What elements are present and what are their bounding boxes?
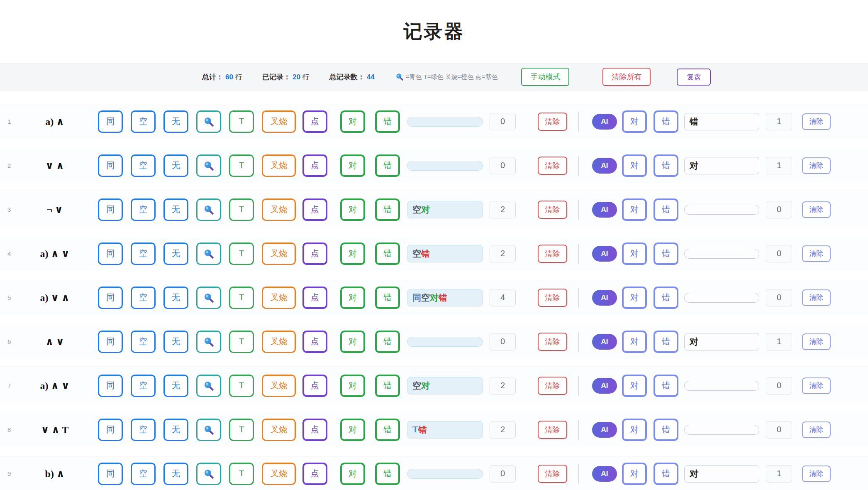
clear-all-button[interactable]: 清除所有 — [602, 68, 651, 86]
ai-wrong-button[interactable]: 错 — [653, 375, 678, 397]
ai-wrong-button[interactable]: 错 — [653, 154, 678, 177]
empty-button[interactable]: 空 — [131, 198, 156, 221]
t-button[interactable]: T — [229, 243, 254, 265]
magnifier-button[interactable] — [196, 110, 221, 133]
empty-button[interactable]: 空 — [131, 110, 156, 133]
ai-correct-button[interactable]: 对 — [622, 375, 647, 397]
magnifier-button[interactable] — [196, 331, 221, 353]
same-button[interactable]: 同 — [98, 110, 123, 133]
t-button[interactable]: T — [229, 331, 254, 353]
ai-wrong-button[interactable]: 错 — [653, 110, 678, 133]
dot-button[interactable]: 点 — [302, 463, 327, 485]
ai-clear-button[interactable]: 清除 — [802, 201, 831, 218]
ai-correct-button[interactable]: 对 — [622, 331, 647, 353]
t-button[interactable]: T — [229, 110, 254, 133]
none-button[interactable]: 无 — [163, 154, 188, 177]
ai-wrong-button[interactable]: 错 — [653, 419, 678, 441]
none-button[interactable]: 无 — [163, 198, 188, 221]
t-button[interactable]: T — [229, 419, 254, 441]
same-button[interactable]: 同 — [98, 287, 123, 309]
chashao-button[interactable]: 叉烧 — [262, 375, 296, 397]
ai-wrong-button[interactable]: 错 — [653, 287, 678, 309]
correct-button[interactable]: 对 — [340, 198, 365, 221]
wrong-button[interactable]: 错 — [375, 110, 400, 133]
dot-button[interactable]: 点 — [302, 154, 327, 177]
correct-button[interactable]: 对 — [340, 154, 365, 177]
ai-wrong-button[interactable]: 错 — [653, 463, 678, 485]
wrong-button[interactable]: 错 — [375, 463, 400, 485]
clear-button[interactable]: 清除 — [538, 157, 567, 175]
ai-wrong-button[interactable]: 错 — [653, 243, 678, 265]
ai-correct-button[interactable]: 对 — [622, 110, 647, 133]
clear-button[interactable]: 清除 — [538, 377, 567, 395]
dot-button[interactable]: 点 — [302, 243, 327, 265]
same-button[interactable]: 同 — [98, 419, 123, 441]
none-button[interactable]: 无 — [163, 375, 188, 397]
ai-button[interactable]: AI — [592, 246, 617, 262]
same-button[interactable]: 同 — [98, 331, 123, 353]
none-button[interactable]: 无 — [163, 463, 188, 485]
correct-button[interactable]: 对 — [340, 287, 365, 309]
clear-button[interactable]: 清除 — [538, 465, 567, 483]
wrong-button[interactable]: 错 — [375, 198, 400, 221]
same-button[interactable]: 同 — [98, 375, 123, 397]
ai-clear-button[interactable]: 清除 — [802, 113, 831, 130]
dot-button[interactable]: 点 — [302, 375, 327, 397]
none-button[interactable]: 无 — [163, 419, 188, 441]
magnifier-button[interactable] — [196, 243, 221, 265]
ai-button[interactable]: AI — [592, 378, 617, 394]
ai-button[interactable]: AI — [592, 290, 617, 306]
ai-clear-button[interactable]: 清除 — [802, 421, 831, 438]
magnifier-button[interactable] — [196, 287, 221, 309]
ai-button[interactable]: AI — [592, 158, 617, 174]
dot-button[interactable]: 点 — [302, 419, 327, 441]
empty-button[interactable]: 空 — [131, 287, 156, 309]
ai-correct-button[interactable]: 对 — [622, 287, 647, 309]
chashao-button[interactable]: 叉烧 — [262, 154, 296, 177]
wrong-button[interactable]: 错 — [375, 419, 400, 441]
wrong-button[interactable]: 错 — [375, 287, 400, 309]
chashao-button[interactable]: 叉烧 — [262, 110, 296, 133]
replay-button[interactable]: 复盘 — [677, 69, 711, 86]
ai-button[interactable]: AI — [592, 114, 617, 130]
chashao-button[interactable]: 叉烧 — [262, 331, 296, 353]
ai-correct-button[interactable]: 对 — [622, 243, 647, 265]
chashao-button[interactable]: 叉烧 — [262, 287, 296, 309]
clear-button[interactable]: 清除 — [538, 245, 567, 263]
t-button[interactable]: T — [229, 154, 254, 177]
magnifier-button[interactable] — [196, 419, 221, 441]
ai-wrong-button[interactable]: 错 — [653, 331, 678, 353]
ai-correct-button[interactable]: 对 — [622, 419, 647, 441]
clear-button[interactable]: 清除 — [538, 289, 567, 307]
ai-clear-button[interactable]: 清除 — [802, 157, 831, 174]
clear-button[interactable]: 清除 — [538, 113, 567, 131]
dot-button[interactable]: 点 — [302, 287, 327, 309]
t-button[interactable]: T — [229, 375, 254, 397]
ai-clear-button[interactable]: 清除 — [802, 289, 831, 306]
correct-button[interactable]: 对 — [340, 419, 365, 441]
correct-button[interactable]: 对 — [340, 331, 365, 353]
correct-button[interactable]: 对 — [340, 110, 365, 133]
chashao-button[interactable]: 叉烧 — [262, 243, 296, 265]
ai-clear-button[interactable]: 清除 — [802, 245, 831, 262]
correct-button[interactable]: 对 — [340, 463, 365, 485]
ai-button[interactable]: AI — [592, 334, 617, 350]
none-button[interactable]: 无 — [163, 287, 188, 309]
correct-button[interactable]: 对 — [340, 243, 365, 265]
none-button[interactable]: 无 — [163, 243, 188, 265]
correct-button[interactable]: 对 — [340, 375, 365, 397]
empty-button[interactable]: 空 — [131, 154, 156, 177]
empty-button[interactable]: 空 — [131, 463, 156, 485]
chashao-button[interactable]: 叉烧 — [262, 198, 296, 221]
empty-button[interactable]: 空 — [131, 419, 156, 441]
ai-button[interactable]: AI — [592, 422, 617, 438]
dot-button[interactable]: 点 — [302, 331, 327, 353]
t-button[interactable]: T — [229, 198, 254, 221]
none-button[interactable]: 无 — [163, 331, 188, 353]
same-button[interactable]: 同 — [98, 198, 123, 221]
clear-button[interactable]: 清除 — [538, 421, 567, 439]
wrong-button[interactable]: 错 — [375, 154, 400, 177]
wrong-button[interactable]: 错 — [375, 375, 400, 397]
empty-button[interactable]: 空 — [131, 331, 156, 353]
dot-button[interactable]: 点 — [302, 110, 327, 133]
